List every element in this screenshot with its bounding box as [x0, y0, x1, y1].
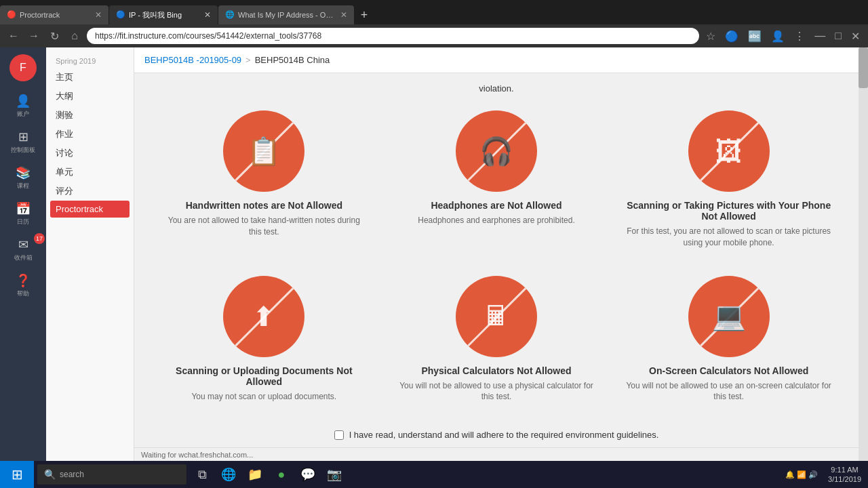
- sidebar-item-calendar[interactable]: 📅 日历: [0, 196, 46, 232]
- courses-icon: 📚: [16, 165, 31, 180]
- nav-outline[interactable]: 大纲: [46, 87, 134, 106]
- sidebar-item-inbox[interactable]: ✉ 收件箱 17: [0, 232, 46, 268]
- nav-discussion[interactable]: 讨论: [46, 144, 134, 163]
- rule-desc-phone-scan: For this test, you are not allowed to sc…: [626, 226, 831, 249]
- rule-title-upload: Scanning or Uploading Documents Not Allo…: [161, 365, 367, 387]
- rule-title-screen-calc: On-Screen Calculators Not Allowed: [649, 365, 808, 376]
- date-display: 3/11/2019: [828, 474, 861, 484]
- tab-proctortrack[interactable]: 🔴 Proctortrack ✕: [0, 5, 108, 24]
- sidebar: F 👤 账户 ⊞ 控制面板 📚 课程 📅 日历 ✉ 收件箱 17 ❓ 帮助: [0, 47, 46, 461]
- sidebar-item-help[interactable]: ❓ 帮助: [0, 268, 46, 304]
- headphones-icon: 🎧: [479, 136, 513, 167]
- sidebar-item-account[interactable]: 👤 账户: [0, 88, 46, 124]
- taskbar-search-bar[interactable]: 🔍 search: [37, 464, 186, 485]
- help-icon: ❓: [16, 273, 31, 288]
- nav-panel: Spring 2019 主页 大纲 测验 作业 讨论 单元 评分 Proctor…: [46, 47, 134, 461]
- taskbar-icon-wechat[interactable]: 💬: [296, 461, 320, 488]
- rule-icon-upload: ⬆: [223, 276, 304, 357]
- violation-note: violation.: [155, 83, 838, 94]
- rule-icon-handwritten: 📋: [223, 110, 304, 192]
- breadcrumb-page: BEHP5014B China: [255, 55, 330, 65]
- loading-text: Waiting for wchat.freshchat.com...: [141, 451, 253, 459]
- taskbar-icon-edge[interactable]: 🌐: [216, 461, 241, 488]
- sidebar-item-courses[interactable]: 📚 课程: [0, 160, 46, 196]
- tab-bar: 🔴 Proctortrack ✕ 🔵 IP - 我叫我 Bing ✕ 🌐 Wha…: [0, 0, 868, 24]
- rule-title-handwritten: Handwritten notes are Not Allowed: [186, 200, 342, 211]
- nav-assignment[interactable]: 作业: [46, 125, 134, 144]
- extension-icon-1[interactable]: 🔵: [722, 30, 741, 43]
- extension-icon-2[interactable]: 🔤: [745, 30, 764, 43]
- tab-label-2: IP - 我叫我 Bing: [129, 10, 201, 20]
- back-button[interactable]: ←: [5, 28, 22, 44]
- loading-bar: Waiting for wchat.freshchat.com...: [134, 447, 868, 461]
- menu-icon[interactable]: ⋮: [791, 30, 808, 43]
- sidebar-label-courses: 课程: [17, 182, 29, 190]
- taskbar-icon-app5[interactable]: 📷: [322, 461, 347, 488]
- nav-unit[interactable]: 单元: [46, 163, 134, 182]
- tab-ipcheck[interactable]: 🌐 What Is My IP Address - Online... ✕: [218, 5, 354, 24]
- app-wrapper: F 👤 账户 ⊞ 控制面板 📚 课程 📅 日历 ✉ 收件箱 17 ❓ 帮助 S: [0, 47, 868, 461]
- handwritten-icon: 📋: [247, 136, 281, 167]
- search-placeholder: search: [60, 470, 84, 479]
- forward-button[interactable]: →: [26, 28, 42, 44]
- start-button[interactable]: ⊞: [0, 461, 34, 488]
- nav-proctortrack[interactable]: Proctortrack: [50, 201, 130, 218]
- scrollbar-track[interactable]: [859, 47, 868, 461]
- agreement-row: I have read, understand and will adhere …: [334, 430, 659, 440]
- close-icon[interactable]: ✕: [848, 30, 863, 43]
- rules-grid: 📋 Handwritten notes are Not Allowed You …: [155, 104, 838, 409]
- content-header: BEHP5014B -201905-09 > BEHP5014B China: [134, 47, 868, 73]
- taskbar-icon-explorer[interactable]: 📁: [243, 461, 267, 488]
- sidebar-label-dashboard: 控制面板: [11, 146, 35, 155]
- sidebar-label-help: 帮助: [17, 289, 29, 298]
- rule-card-phone-scan: 🖼 Scanning or Taking Pictures with Your …: [619, 104, 838, 256]
- rule-desc-phys-calc: You will not be allowed to use a physica…: [394, 380, 599, 403]
- bookmark-icon[interactable]: ☆: [703, 30, 718, 43]
- agreement-checkbox[interactable]: [334, 430, 344, 440]
- rule-card-screen-calc: 💻 On-Screen Calculators Not Allowed You …: [619, 269, 838, 410]
- tab-close-3[interactable]: ✕: [340, 10, 347, 20]
- nav-quiz[interactable]: 测验: [46, 106, 134, 125]
- taskbar-icon-chrome[interactable]: ●: [269, 461, 294, 488]
- sidebar-label-account: 账户: [17, 110, 29, 119]
- tab-label-1: Proctortrack: [20, 11, 92, 19]
- rule-icon-phone-scan: 🖼: [688, 110, 770, 192]
- rule-desc-handwritten: You are not allowed to take hand-written…: [161, 215, 367, 238]
- new-tab-button[interactable]: +: [355, 5, 374, 24]
- sidebar-item-dashboard[interactable]: ⊞ 控制面板: [0, 124, 46, 160]
- season-label: Spring 2019: [46, 54, 134, 68]
- home-button[interactable]: ⌂: [66, 28, 83, 44]
- address-input[interactable]: [87, 28, 699, 44]
- rule-card-phys-calc: 🖩 Physical Calculators Not Allowed You w…: [387, 269, 606, 410]
- nav-grade[interactable]: 评分: [46, 182, 134, 201]
- tab-favicon-1: 🔴: [7, 10, 16, 20]
- scrollbar-thumb[interactable]: [859, 47, 868, 88]
- taskbar-right: 🔔 📶 🔊 9:11 AM 3/11/2019: [785, 465, 868, 485]
- inbox-icon: ✉: [18, 237, 28, 252]
- nav-home[interactable]: 主页: [46, 68, 134, 87]
- tab-close-1[interactable]: ✕: [95, 10, 102, 20]
- tab-close-2[interactable]: ✕: [204, 10, 211, 20]
- refresh-button[interactable]: ↻: [46, 28, 62, 44]
- content-area: violation. 📋 Handwritten notes are Not A…: [134, 73, 859, 461]
- main-content: BEHP5014B -201905-09 > BEHP5014B China v…: [134, 47, 868, 461]
- minimize-icon[interactable]: —: [812, 30, 828, 42]
- search-icon: 🔍: [44, 469, 56, 480]
- tab-favicon-2: 🔵: [116, 10, 125, 20]
- maximize-icon[interactable]: □: [832, 30, 844, 42]
- breadcrumb-course[interactable]: BEHP5014B -201905-09: [144, 55, 241, 65]
- upload-icon: ⬆: [252, 301, 275, 332]
- screen-calc-icon: 💻: [712, 300, 746, 332]
- rule-card-upload: ⬆ Scanning or Uploading Documents Not Al…: [155, 269, 374, 410]
- profile-icon[interactable]: 👤: [768, 30, 787, 43]
- taskbar-systray: 🔔 📶 🔊: [785, 470, 818, 479]
- taskbar-app-icons: ⧉ 🌐 📁 ● 💬 📷: [190, 461, 347, 488]
- taskbar-icon-task-view[interactable]: ⧉: [190, 461, 214, 488]
- account-icon: 👤: [16, 94, 31, 108]
- rule-title-phone-scan: Scanning or Taking Pictures with Your Ph…: [626, 200, 831, 222]
- rule-card-headphones: 🎧 Headphones are Not Allowed Headphones …: [387, 104, 606, 256]
- avatar-initial: F: [20, 62, 26, 74]
- tab-bing[interactable]: 🔵 IP - 我叫我 Bing ✕: [109, 5, 218, 24]
- dashboard-icon: ⊞: [18, 129, 28, 144]
- rule-title-phys-calc: Physical Calculators Not Allowed: [421, 365, 571, 376]
